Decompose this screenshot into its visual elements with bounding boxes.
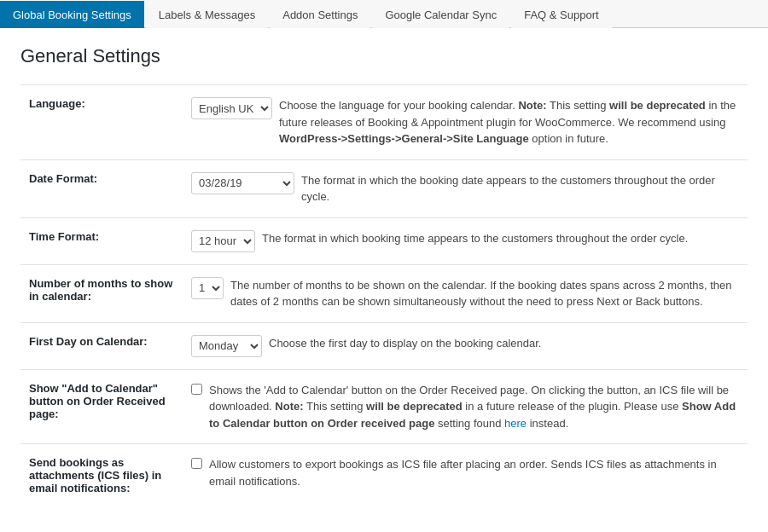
setting-label-add-to-calendar: Show "Add to Calendar" button on Order R… <box>20 369 183 444</box>
setting-desc-ics-attachments: Allow customers to export bookings as IC… <box>209 456 739 489</box>
tab-google-calendar[interactable]: Google Calendar Sync <box>372 1 509 28</box>
setting-row-language: Language:English UKEnglish USFrenchGerma… <box>20 85 748 160</box>
control-row-months-calendar: 123The number of months to be shown on t… <box>191 277 739 310</box>
tabs-bar: Global Booking SettingsLabels & Messages… <box>0 0 768 28</box>
select-date-format[interactable]: 03/28/1928/03/192019-03-28March 28, 2019 <box>191 172 294 194</box>
setting-desc-months-calendar: The number of months to be shown on the … <box>230 277 739 310</box>
setting-row-date-format: Date Format:03/28/1928/03/192019-03-28Ma… <box>20 159 748 217</box>
setting-control-add-to-calendar: Shows the 'Add to Calendar' button on th… <box>183 369 748 444</box>
setting-control-time-format: 12 hour24 hourThe format in which bookin… <box>183 217 748 264</box>
setting-row-ics-attachments: Send bookings as attachments (ICS files)… <box>20 444 748 507</box>
setting-label-time-format: Time Format: <box>20 217 183 264</box>
page-title: General Settings <box>20 45 748 67</box>
setting-label-ics-attachments: Send bookings as attachments (ICS files)… <box>20 444 183 507</box>
setting-row-first-day: First Day on Calendar:MondaySundaySaturd… <box>20 322 748 369</box>
setting-label-language: Language: <box>20 85 183 160</box>
select-first-day[interactable]: MondaySundaySaturday <box>191 335 262 357</box>
select-months-calendar[interactable]: 123 <box>191 277 224 299</box>
setting-label-months-calendar: Number of months to show in calendar: <box>20 264 183 322</box>
setting-row-time-format: Time Format:12 hour24 hourThe format in … <box>20 217 748 264</box>
setting-desc-add-to-calendar: Shows the 'Add to Calendar' button on th… <box>209 382 739 432</box>
checkbox-row-add-to-calendar: Shows the 'Add to Calendar' button on th… <box>191 382 739 432</box>
setting-control-date-format: 03/28/1928/03/192019-03-28March 28, 2019… <box>183 159 748 217</box>
checkbox-row-ics-attachments: Allow customers to export bookings as IC… <box>191 456 739 489</box>
control-row-first-day: MondaySundaySaturdayChoose the first day… <box>191 335 739 357</box>
tab-global-booking[interactable]: Global Booking Settings <box>0 1 144 28</box>
setting-control-language: English UKEnglish USFrenchGermanSpanishC… <box>183 85 748 160</box>
setting-control-months-calendar: 123The number of months to be shown on t… <box>183 264 748 322</box>
settings-table: Language:English UKEnglish USFrenchGerma… <box>20 84 748 506</box>
tab-addon-settings[interactable]: Addon Settings <box>270 1 370 28</box>
setting-desc-date-format: The format in which the booking date app… <box>301 172 739 205</box>
select-language[interactable]: English UKEnglish USFrenchGermanSpanish <box>191 97 272 119</box>
tab-labels-messages[interactable]: Labels & Messages <box>146 1 268 28</box>
setting-row-months-calendar: Number of months to show in calendar:123… <box>20 264 748 322</box>
main-content: General Settings Language:English UKEngl… <box>0 28 768 523</box>
setting-control-first-day: MondaySundaySaturdayChoose the first day… <box>183 322 748 369</box>
setting-label-date-format: Date Format: <box>20 159 183 217</box>
checkbox-ics-attachments[interactable] <box>191 458 202 469</box>
setting-desc-first-day: Choose the first day to display on the b… <box>269 335 739 352</box>
control-row-language: English UKEnglish USFrenchGermanSpanishC… <box>191 97 739 147</box>
tab-faq-support[interactable]: FAQ & Support <box>511 1 611 28</box>
setting-row-add-to-calendar: Show "Add to Calendar" button on Order R… <box>20 369 748 444</box>
checkbox-add-to-calendar[interactable] <box>191 384 202 395</box>
setting-control-ics-attachments: Allow customers to export bookings as IC… <box>183 444 748 507</box>
control-row-date-format: 03/28/1928/03/192019-03-28March 28, 2019… <box>191 172 739 205</box>
control-row-time-format: 12 hour24 hourThe format in which bookin… <box>191 230 739 252</box>
setting-desc-language: Choose the language for your booking cal… <box>279 97 739 147</box>
setting-label-first-day: First Day on Calendar: <box>20 322 183 369</box>
setting-desc-time-format: The format in which booking time appears… <box>262 230 739 247</box>
select-time-format[interactable]: 12 hour24 hour <box>191 230 255 252</box>
